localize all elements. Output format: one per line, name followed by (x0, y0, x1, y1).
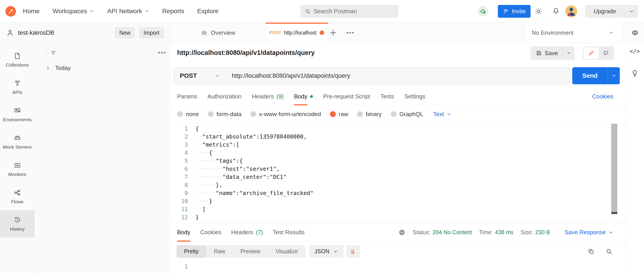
environments-icon (14, 107, 21, 114)
notifications-bell-button[interactable] (552, 7, 560, 15)
postman-logo-glyph (8, 8, 14, 15)
request-tab-pre-request-script[interactable]: Pre-request Script (323, 88, 370, 105)
request-tab-settings[interactable]: Settings (404, 88, 426, 105)
code-line[interactable]: 12} (170, 213, 626, 221)
editor-scrollbar[interactable] (611, 123, 617, 223)
bootcamp-lightbulb-button[interactable] (630, 69, 639, 78)
sidebar-item-collections[interactable]: Collections (0, 46, 34, 74)
nav-item-reports[interactable]: Reports (162, 8, 184, 15)
view-tab-visualize[interactable]: Visualize (268, 245, 306, 258)
panel-more-actions-button[interactable] (157, 50, 166, 56)
network-info-button[interactable] (398, 228, 406, 236)
sync-status-button[interactable] (478, 6, 488, 16)
response-tab-cookies[interactable]: Cookies (200, 223, 221, 242)
code-line[interactable]: 8······}, (170, 181, 626, 189)
history-group-today[interactable]: Today (45, 64, 70, 72)
code-line[interactable]: 10····} (170, 197, 626, 205)
response-tab-body[interactable]: Body (177, 223, 190, 242)
raw-language-selector[interactable]: Text (433, 111, 452, 118)
tab-options-button[interactable] (346, 30, 354, 36)
nav-item-home[interactable]: Home (23, 8, 40, 15)
request-tab-tests[interactable]: Tests (380, 88, 394, 105)
view-tab-raw[interactable]: Raw (206, 245, 233, 258)
copy-icon (588, 248, 595, 255)
chevron-down-icon (608, 30, 614, 36)
nav-item-workspaces[interactable]: Workspaces (53, 8, 94, 15)
save-options-button[interactable] (563, 46, 574, 60)
save-button[interactable]: Save (531, 46, 563, 60)
new-tab-button[interactable] (328, 28, 338, 37)
global-search[interactable]: Search Postman (300, 5, 398, 18)
response-language-selector[interactable]: JSON (309, 245, 344, 258)
view-tab-preview[interactable]: Preview (233, 245, 268, 258)
import-button[interactable]: Import (139, 27, 164, 38)
request-tab-body[interactable]: Body (294, 88, 313, 105)
environment-quick-look-button[interactable] (630, 28, 640, 38)
sidebar-item-monitors[interactable]: Monitors (0, 156, 34, 183)
sidebar-item-mock-servers[interactable]: Mock Servers (0, 128, 34, 156)
sidebar-item-flows[interactable]: Flows (0, 183, 34, 210)
code-line[interactable]: 4····{ (170, 148, 626, 157)
send-options-button[interactable] (608, 67, 620, 84)
body-type-radio-raw[interactable]: raw (330, 111, 348, 118)
wrap-lines-button[interactable] (346, 245, 360, 258)
request-body-editor[interactable]: 1{2··"start_absolute":1359788400000,3··"… (170, 123, 626, 223)
more-horizontal-icon (346, 30, 354, 36)
invite-button[interactable]: Invite (498, 5, 530, 18)
code-content: { (196, 125, 199, 132)
code-line[interactable]: 5······"tags":{ (170, 157, 626, 165)
workspace-name[interactable]: test-kairosDB (18, 29, 54, 36)
view-tab-pretty[interactable]: Pretty (176, 245, 206, 258)
code-line[interactable]: 1{ (170, 124, 626, 132)
user-avatar[interactable] (565, 6, 577, 17)
environment-selector[interactable]: No Environment (524, 23, 622, 43)
request-tab-params[interactable]: Params (177, 88, 197, 105)
sidebar-item-apis[interactable]: APIs (0, 74, 34, 101)
method-selector[interactable]: POST (174, 68, 226, 84)
upgrade-menu-button[interactable] (624, 5, 638, 18)
request-tab-authorization[interactable]: Authorization (208, 88, 242, 105)
code-line[interactable]: 2··"start_absolute":1359788400000, (170, 132, 626, 140)
wrap-text-icon (350, 248, 356, 255)
code-snippet-button[interactable]: </> (630, 48, 640, 54)
copy-response-button[interactable] (588, 248, 595, 255)
mock-servers-icon (14, 134, 21, 142)
scrollbar-thumb[interactable] (611, 124, 617, 212)
search-response-button[interactable] (606, 248, 612, 255)
response-tab-headers[interactable]: Headers(7) (231, 223, 263, 242)
code-lines: 1{2··"start_absolute":1359788400000,3··"… (170, 123, 626, 221)
chevron-down-icon (608, 230, 613, 235)
code-line[interactable]: 7········"data_center":"DC1" (170, 173, 626, 181)
code-line[interactable]: 3··"metrics":[ (170, 140, 626, 148)
settings-gear-button[interactable] (534, 7, 543, 16)
tab-active-request[interactable]: POST http://localhost:8080/ (266, 23, 328, 43)
body-type-radio-graphql[interactable]: GraphQL (391, 111, 424, 118)
code-line[interactable]: 6········"host":"server1", (170, 165, 626, 173)
new-button[interactable]: New (115, 27, 135, 38)
body-type-radio-form-data[interactable]: form-data (208, 111, 242, 118)
url-input[interactable]: http://localhost:8080/api/v1/datapoints/… (226, 72, 570, 79)
postman-logo[interactable] (6, 6, 16, 16)
nav-item-explore[interactable]: Explore (197, 8, 218, 15)
tab-overview[interactable]: Overview (170, 23, 266, 43)
whitespace-dots: ······ (196, 158, 216, 164)
globe-icon (398, 228, 406, 236)
code-line[interactable]: 9······"name":"archive_file_tracked" (170, 189, 626, 197)
response-tab-test-results[interactable]: Test Results (273, 223, 305, 242)
code-line[interactable]: 11··] (170, 205, 626, 213)
upgrade-button[interactable]: Upgrade (585, 5, 624, 18)
body-type-radio-binary[interactable]: binary (357, 111, 382, 118)
sidebar-item-environments[interactable]: Environments (0, 101, 34, 128)
save-response-button[interactable]: Save Response (564, 229, 613, 236)
nav-item-api-network[interactable]: API Network (107, 8, 149, 15)
filter-icon (50, 50, 57, 56)
body-type-radio-none[interactable]: none (177, 111, 199, 118)
edit-mode-button[interactable] (584, 47, 598, 59)
cookies-link[interactable]: Cookies (592, 93, 613, 100)
body-type-radio-x-www-form-urlencoded[interactable]: x-www-form-urlencoded (250, 111, 321, 118)
request-tab-headers[interactable]: Headers(9) (252, 88, 284, 105)
send-button[interactable]: Send (572, 67, 608, 84)
comments-button[interactable] (598, 47, 613, 59)
history-filter-input[interactable] (46, 46, 154, 59)
sidebar-item-history[interactable]: History (0, 210, 34, 238)
